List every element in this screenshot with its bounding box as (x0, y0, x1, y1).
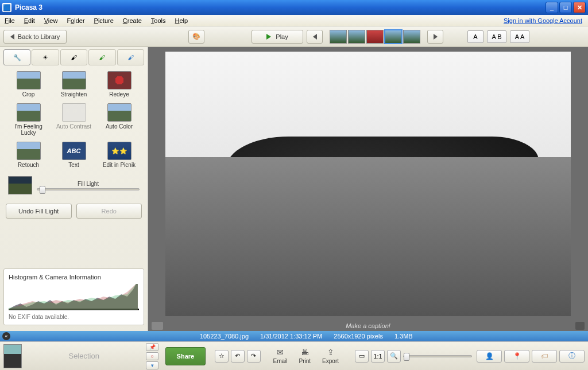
status-datetime: 1/31/2012 1:33:12 PM (260, 333, 322, 340)
zoom-icon-button[interactable]: 🔍 (387, 350, 401, 363)
email-icon: ✉ (274, 348, 286, 357)
info-button[interactable]: ⓘ (559, 350, 585, 363)
window-title: Picasa 3 (15, 3, 544, 11)
feeling-lucky-tool[interactable]: I'm Feeling Lucky (8, 103, 49, 136)
font-size-small-button[interactable]: A (467, 30, 483, 43)
status-filename: 105223_7080.jpg (200, 333, 249, 340)
edit-picnik-tool[interactable]: ⭐⭐Edit in Picnik (99, 142, 140, 168)
menu-file[interactable]: File (0, 16, 20, 25)
export-button[interactable]: ⇪Export (322, 348, 339, 364)
selection-label: Selection (26, 352, 141, 360)
color-palette-button[interactable]: 🎨 (188, 30, 204, 44)
signin-link[interactable]: Sign in with Google Account (504, 17, 582, 24)
collapse-tray-button[interactable]: « (2, 332, 10, 340)
histogram-graph (9, 284, 139, 310)
fill-light-row: Fill Light (3, 176, 144, 194)
titlebar: 🟦 Picasa 3 _ □ ✕ (0, 0, 588, 15)
arrow-left-icon (10, 34, 14, 40)
photo-viewer: USE239 Make a caption! (148, 47, 588, 331)
star-button[interactable]: ☆ (215, 350, 229, 363)
rotate-right-button[interactable]: ↷ (247, 350, 261, 363)
straighten-tool[interactable]: Straighten (53, 71, 94, 98)
thumbnail[interactable] (348, 30, 365, 44)
arrow-left-icon (313, 34, 317, 40)
play-icon (266, 34, 271, 40)
menu-edit[interactable]: Edit (20, 16, 40, 25)
thumbnail[interactable] (403, 30, 420, 44)
back-to-library-button[interactable]: Back to Library (3, 30, 67, 44)
play-label: Play (276, 33, 288, 40)
menu-help[interactable]: Help (171, 16, 193, 25)
tab-effects-green[interactable]: 🖌 (88, 49, 115, 65)
actual-size-button[interactable]: 1:1 (371, 350, 385, 363)
places-button[interactable]: 📍 (504, 350, 529, 363)
prev-button[interactable] (307, 30, 323, 44)
license-plate: USE239 (275, 211, 315, 223)
menubar: File Edit View Folder Picture Create Too… (0, 15, 588, 26)
app-icon: 🟦 (2, 3, 11, 12)
pin-button[interactable]: 📌 (146, 343, 158, 351)
maximize-button[interactable]: □ (559, 2, 572, 13)
text-tool[interactable]: ABCText (53, 142, 94, 168)
rotate-left-button[interactable]: ↶ (231, 350, 245, 363)
zoom-slider[interactable] (403, 355, 472, 357)
tray-menu-button[interactable]: ▾ (146, 361, 158, 369)
redeye-tool[interactable]: Redeye (99, 71, 140, 98)
caption-input[interactable]: Make a caption! (346, 322, 390, 329)
fill-light-icon (8, 176, 32, 194)
next-button[interactable] (427, 30, 443, 44)
crop-tool[interactable]: Crop (8, 71, 49, 98)
retouch-tool[interactable]: Retouch (8, 142, 49, 168)
print-icon: 🖶 (299, 348, 311, 357)
thumbnail[interactable] (330, 30, 347, 44)
clear-button[interactable]: ○ (146, 352, 158, 360)
font-size-medium-button[interactable]: A B (487, 30, 506, 43)
menu-folder[interactable]: Folder (62, 16, 89, 25)
auto-color-tool[interactable]: Auto Color (99, 103, 140, 136)
redo-button: Redo (76, 204, 142, 219)
tags-button[interactable]: 🏷 (532, 350, 557, 363)
print-button[interactable]: 🖶Print (299, 348, 311, 364)
menu-create[interactable]: Create (118, 16, 146, 25)
tab-tuning[interactable]: ☀ (32, 49, 59, 65)
selection-thumbnail[interactable] (3, 344, 22, 368)
menu-tools[interactable]: Tools (146, 16, 171, 25)
fill-light-slider[interactable] (37, 188, 140, 190)
statusbar: « 105223_7080.jpg 1/31/2012 1:33:12 PM 2… (0, 331, 588, 341)
fullscreen-icon[interactable] (575, 322, 585, 330)
undo-button[interactable]: Undo Fill Light (6, 204, 72, 219)
export-icon: ⇪ (325, 348, 336, 357)
tab-effects[interactable]: 🖌 (60, 49, 87, 65)
tab-effects-blue[interactable]: 🖌 (117, 49, 144, 65)
auto-contrast-tool: Auto Contrast (53, 103, 94, 136)
tab-basic-fixes[interactable]: 🔧 (3, 49, 30, 65)
edit-tabs: 🔧 ☀ 🖌 🖌 🖌 (3, 49, 144, 65)
bottom-tray: Selection 📌 ○ ▾ Share ☆ ↶ ↷ ✉Email 🖶Prin… (0, 341, 588, 370)
main-photo[interactable]: USE239 (165, 52, 571, 316)
fit-button[interactable]: ▭ (355, 350, 369, 363)
play-button[interactable]: Play (252, 30, 303, 44)
arrow-right-icon (434, 34, 438, 40)
back-label: Back to Library (18, 33, 60, 40)
thumbnail-strip (330, 30, 420, 44)
histogram-panel: Histogram & Camera Information No EXIF d… (3, 268, 144, 325)
status-filesize: 1.3MB (394, 333, 413, 340)
histogram-noexif: No EXIF data available. (9, 314, 139, 320)
thumbnail[interactable] (366, 30, 384, 44)
email-button[interactable]: ✉Email (273, 348, 288, 364)
thumbnail-active[interactable] (385, 30, 402, 44)
histogram-title: Histogram & Camera Information (9, 274, 139, 281)
basic-fixes-grid: Crop Straighten Redeye I'm Feeling Lucky… (3, 71, 144, 168)
edit-sidebar: 🔧 ☀ 🖌 🖌 🖌 Crop Straighten Redeye I'm Fee… (0, 47, 148, 331)
caption-bar: Make a caption! (148, 321, 588, 331)
minimize-button[interactable]: _ (546, 2, 558, 13)
share-button[interactable]: Share (165, 347, 205, 365)
menu-view[interactable]: View (40, 16, 63, 25)
caption-icon[interactable] (152, 322, 163, 330)
toolbar: Back to Library 🎨 Play A A B A A (0, 26, 588, 47)
people-button[interactable]: 👤 (477, 350, 502, 363)
font-size-large-button[interactable]: A A (510, 30, 529, 43)
close-button[interactable]: ✕ (573, 2, 586, 13)
menu-picture[interactable]: Picture (90, 16, 118, 25)
fill-light-label: Fill Light (37, 181, 140, 187)
